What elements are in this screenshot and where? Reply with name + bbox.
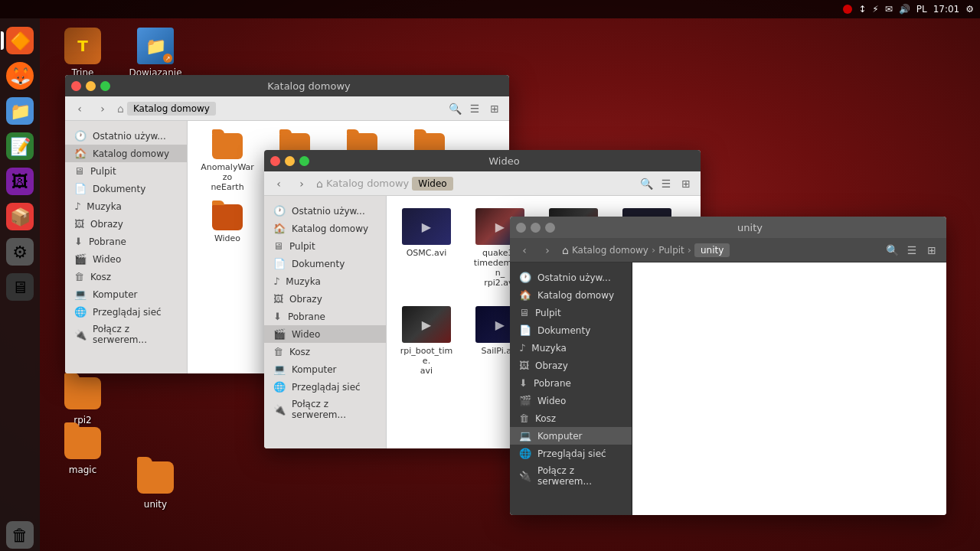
- sidebar-desktop-2[interactable]: 🖥 Pulpit: [264, 237, 386, 255]
- search-btn-3[interactable]: 🔍: [884, 242, 900, 259]
- sidebar-video-1[interactable]: 🎬 Wideo: [65, 250, 187, 268]
- forward-btn-3[interactable]: ›: [539, 242, 556, 259]
- bc-unity-3[interactable]: unity: [694, 243, 730, 257]
- sidebar-video-2[interactable]: 🎬 Wideo: [264, 325, 386, 343]
- sidebar-music-2[interactable]: ♪ Muzyka: [264, 272, 386, 290]
- desktop-si-icon-1: 🖥: [74, 165, 84, 177]
- toolbar-icons-2: 🔍 ☰ ⊞: [638, 175, 694, 192]
- grid-btn-3[interactable]: ⊞: [923, 242, 940, 259]
- search-btn-1[interactable]: 🔍: [446, 100, 463, 117]
- titlebar-3: unity: [510, 217, 946, 238]
- breadcrumb-2: ⌂ Katalog domowy Wideo: [316, 177, 632, 191]
- sidebar-recent-3[interactable]: 🕐 Ostatnio używ...: [510, 269, 632, 286]
- dock-terminal[interactable]: 🖥: [4, 271, 36, 303]
- sidebar-images-1[interactable]: 🖼 Obrazy: [65, 215, 187, 233]
- sidebar-connect-3[interactable]: 🔌 Połącz z serwerem...: [510, 462, 632, 490]
- close-button-3[interactable]: [516, 223, 526, 233]
- lang-indicator[interactable]: PL: [916, 4, 927, 15]
- close-button-1[interactable]: [71, 81, 81, 91]
- sidebar-music-1[interactable]: ♪ Muzyka: [65, 197, 187, 215]
- desktop-icon-rpi2[interactable]: rpi2: [52, 375, 113, 425]
- min-button-2[interactable]: [285, 156, 295, 166]
- forward-btn-1[interactable]: ›: [94, 100, 111, 117]
- sound-icon[interactable]: 🔊: [899, 4, 910, 15]
- sidebar-recent-2[interactable]: 🕐 Ostatnio używ...: [264, 202, 386, 220]
- min-button-3[interactable]: [531, 223, 541, 233]
- dock-ubuntu[interactable]: 🔶: [4, 24, 36, 57]
- sidebar-computer-2[interactable]: 💻 Komputer: [264, 360, 386, 378]
- back-btn-1[interactable]: ‹: [71, 100, 88, 117]
- sidebar-2: 🕐 Ostatnio używ... 🏠 Katalog domowy 🖥 Pu…: [264, 196, 387, 448]
- sidebar-connect-1[interactable]: 🔌 Połącz z serwerem...: [65, 321, 187, 348]
- back-btn-2[interactable]: ‹: [270, 175, 287, 192]
- dock-firefox[interactable]: 🦊: [4, 60, 36, 92]
- bc-pulpit-3[interactable]: Pulpit: [658, 245, 684, 256]
- settings-panel-icon[interactable]: ⚙: [965, 4, 974, 15]
- desktop-icon-trine[interactable]: T Trine: [52, 28, 113, 78]
- sidebar-desktop-1[interactable]: 🖥 Pulpit: [65, 162, 187, 180]
- desktop-icon-unity[interactable]: unity: [125, 459, 186, 510]
- breadcrumb-1: ⌂ Katalog domowy: [117, 102, 440, 116]
- dock-settings[interactable]: ⚙: [4, 236, 36, 268]
- sidebar-downloads-2[interactable]: ⬇ Pobrane: [264, 308, 386, 325]
- sidebar-network-2[interactable]: 🌐 Przeglądaj sieć: [264, 378, 386, 396]
- list-btn-1[interactable]: ☰: [466, 100, 483, 117]
- sidebar-recent-1[interactable]: 🕐 Ostatnio używ...: [65, 127, 187, 145]
- back-btn-3[interactable]: ‹: [516, 242, 533, 259]
- sidebar-downloads-3[interactable]: ⬇ Pobrane: [510, 374, 632, 392]
- magic-label: magic: [69, 465, 97, 475]
- max-button-3[interactable]: [545, 223, 555, 233]
- sidebar-images-2[interactable]: 🖼 Obrazy: [264, 290, 386, 308]
- dock-files[interactable]: 📁: [4, 95, 36, 127]
- bluetooth-icon[interactable]: ⚡: [872, 4, 878, 15]
- toolbar-1: ‹ › ⌂ Katalog domowy 🔍 ☰ ⊞: [65, 96, 509, 121]
- file-anomaly[interactable]: AnomalyWarzoneEarth: [197, 130, 258, 195]
- sidebar-trash-3[interactable]: 🗑 Kosz: [510, 409, 632, 427]
- sidebar-trash-2[interactable]: 🗑 Kosz: [264, 343, 386, 360]
- sidebar-home-3[interactable]: 🏠 Katalog domowy: [510, 286, 632, 304]
- sidebar-home-1[interactable]: 🏠 Katalog domowy: [65, 145, 187, 162]
- desktop-icon-magic[interactable]: magic: [52, 425, 113, 475]
- window-unity: unity ‹ › ⌂ Katalog domowy › Pulpit › un…: [510, 217, 946, 515]
- bc-current-1[interactable]: Katalog domowy: [127, 102, 216, 116]
- dock-software[interactable]: 📦: [4, 201, 36, 233]
- sidebar-computer-1[interactable]: 💻 Komputer: [65, 285, 187, 303]
- list-btn-3[interactable]: ☰: [903, 242, 920, 259]
- toolbar-3: ‹ › ⌂ Katalog domowy › Pulpit › unity 🔍 …: [510, 238, 946, 262]
- sidebar-music-3[interactable]: ♪ Muzyka: [510, 339, 632, 357]
- file-wideo[interactable]: Wideo: [197, 201, 258, 246]
- sidebar-home-2[interactable]: 🏠 Katalog domowy: [264, 220, 386, 237]
- sidebar-desktop-3[interactable]: 🖥 Pulpit: [510, 304, 632, 321]
- sidebar-docs-3[interactable]: 📄 Dokumenty: [510, 321, 632, 339]
- computer-icon-1: 💻: [74, 289, 87, 300]
- min-button-1[interactable]: [86, 81, 96, 91]
- network-icon[interactable]: ↕: [858, 4, 866, 15]
- sidebar-trash-1[interactable]: 🗑 Kosz: [65, 268, 187, 285]
- sidebar-downloads-1[interactable]: ⬇ Pobrane: [65, 233, 187, 250]
- file-rpi-boot[interactable]: rpi_boot_time.avi: [396, 303, 457, 379]
- bc-current-2[interactable]: Wideo: [412, 177, 452, 191]
- search-btn-2[interactable]: 🔍: [638, 175, 655, 192]
- mail-icon[interactable]: ✉: [885, 4, 893, 15]
- max-button-1[interactable]: [100, 81, 110, 91]
- sidebar-docs-2[interactable]: 📄 Dokumenty: [264, 255, 386, 272]
- sidebar-images-3[interactable]: 🖼 Obrazy: [510, 357, 632, 374]
- docs-icon-1: 📄: [74, 183, 87, 194]
- file-osmc[interactable]: OSMC.avi: [396, 205, 457, 291]
- forward-btn-2[interactable]: ›: [293, 175, 310, 192]
- dock-gedit[interactable]: 📝: [4, 130, 36, 162]
- close-button-2[interactable]: [270, 156, 280, 166]
- dock-trash[interactable]: 🗑: [4, 519, 36, 551]
- sidebar-docs-1[interactable]: 📄 Dokumenty: [65, 180, 187, 197]
- sidebar-connect-2[interactable]: 🔌 Połącz z serwerem...: [264, 396, 386, 423]
- sidebar-computer-3[interactable]: 💻 Komputer: [510, 427, 632, 445]
- sidebar-network-1[interactable]: 🌐 Przeglądaj sieć: [65, 303, 187, 321]
- max-button-2[interactable]: [299, 156, 309, 166]
- grid-btn-1[interactable]: ⊞: [486, 100, 503, 117]
- dock-photos[interactable]: 🖼: [4, 165, 36, 197]
- sidebar-video-3[interactable]: 🎬 Wideo: [510, 392, 632, 409]
- bc-path-3: Katalog domowy: [572, 245, 648, 256]
- grid-btn-2[interactable]: ⊞: [678, 175, 694, 192]
- sidebar-network-3[interactable]: 🌐 Przeglądaj sieć: [510, 445, 632, 462]
- list-btn-2[interactable]: ☰: [658, 175, 675, 192]
